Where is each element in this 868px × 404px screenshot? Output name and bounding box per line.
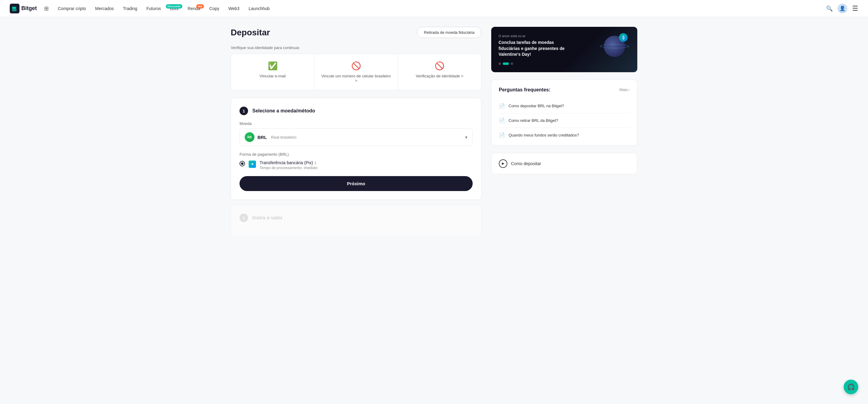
navbar: Bitget ⊞ Comprar cripto Mercados Trading… <box>0 0 868 17</box>
faq-card: Perguntas frequentes: Mais › 📄 Como depo… <box>491 80 637 146</box>
nav-item-mercados[interactable]: Mercados <box>91 4 118 13</box>
verify-step-email-label: Vincular e-mail <box>259 74 286 78</box>
step1-title: Selecione a moeda/método <box>252 108 315 114</box>
promo-dot-3 <box>511 62 513 65</box>
doc-icon-3: 📄 <box>499 132 505 138</box>
chevron-right-icon: › <box>628 87 630 92</box>
currency-icon: R$ <box>245 132 254 142</box>
hot-badge: Hot <box>196 4 204 9</box>
radio-pix[interactable] <box>240 161 245 166</box>
search-icon[interactable]: 🔍 <box>826 5 833 12</box>
step2-header: 2 Insira o valor <box>240 213 473 222</box>
verify-step-email[interactable]: ✅ Vincular e-mail <box>231 54 314 90</box>
step2-number: 2 <box>240 213 248 222</box>
how-to-deposit-card[interactable]: ▶ Como depositar <box>491 153 637 174</box>
promo-banner[interactable]: O amor está no ar Conclua tarefas de moe… <box>491 27 637 72</box>
currency-code: BRL <box>257 135 267 140</box>
currency-group: Moeda R$ BRL Real brasileiro ▾ <box>240 121 473 146</box>
check-icon: ✅ <box>268 61 278 71</box>
main-col: Depositar Retirada de moeda fiduciária V… <box>231 27 482 242</box>
step1-number: 1 <box>240 107 248 115</box>
verify-step-identity-label: Verificação de identidade > <box>416 74 463 78</box>
doc-icon-1: 📄 <box>499 103 505 109</box>
faq-text-2: Como retirar BRL da Bitget? <box>508 118 558 123</box>
promo-title: Conclua tarefas de moedas fiduciárias e … <box>498 39 565 58</box>
logo-text: Bitget <box>21 5 37 11</box>
fiat-withdraw-button[interactable]: Retirada de moeda fiduciária <box>417 27 482 38</box>
side-col: O amor está no ar Conclua tarefas de moe… <box>491 27 637 242</box>
menu-icon[interactable]: ☰ <box>852 5 858 12</box>
faq-item-3[interactable]: 📄 Quando meus fundos serão creditados? <box>499 128 630 138</box>
currency-label: Moeda <box>240 121 473 126</box>
promo-dots <box>498 62 630 65</box>
page-title: Depositar <box>231 28 270 37</box>
page-container: Depositar Retirada de moeda fiduciária V… <box>221 17 647 242</box>
how-to-deposit-label: Como depositar <box>511 161 541 166</box>
nav-item-bots[interactable]: Bots Discounts <box>165 4 183 13</box>
nav-items: Comprar cripto Mercados Trading Futuros … <box>54 4 824 13</box>
avatar[interactable]: 👤 <box>838 4 847 13</box>
promo-tag: O amor está no ar <box>498 34 630 38</box>
verify-step-phone[interactable]: 🚫 Vincule um número de celular brasileir… <box>314 54 398 90</box>
faq-more-link[interactable]: Mais › <box>619 87 630 92</box>
payment-option-pix[interactable]: ✦ Transferência bancária (Pix) ℹ Tempo d… <box>240 160 473 170</box>
page-header: Depositar Retirada de moeda fiduciária <box>231 27 482 38</box>
faq-title: Perguntas frequentes: <box>499 87 551 93</box>
faq-item-2[interactable]: 📄 Como retirar BRL da Bitget? <box>499 113 630 128</box>
nav-item-copy[interactable]: Copy <box>205 4 224 13</box>
doc-icon-2: 📄 <box>499 118 505 123</box>
payment-group: Forma de pagamento (BRL) ✦ Transferência… <box>240 152 473 170</box>
block-icon: 🚫 <box>351 61 361 71</box>
verify-steps: ✅ Vincular e-mail 🚫 Vincule um número de… <box>231 54 482 90</box>
promo-dot-2 <box>503 62 509 65</box>
payment-name: Transferência bancária (Pix) <box>259 160 313 165</box>
faq-item-1[interactable]: 📄 Como depositar BRL na Bitget? <box>499 99 630 113</box>
next-button[interactable]: Próximo <box>240 176 473 191</box>
verify-text: Verifique sua identidade para continuar. <box>231 46 482 50</box>
faq-text-1: Como depositar BRL na Bitget? <box>508 104 564 108</box>
discounts-badge: Discounts <box>166 4 182 9</box>
payment-label: Forma de pagamento (BRL) <box>240 152 473 156</box>
step1-header: 1 Selecione a moeda/método <box>240 107 473 115</box>
faq-header: Perguntas frequentes: Mais › <box>499 87 630 93</box>
nav-item-futuros[interactable]: Futuros <box>142 4 165 13</box>
nav-item-renda[interactable]: Renda Hot <box>184 4 205 13</box>
nav-item-comprar[interactable]: Comprar cripto <box>54 4 90 13</box>
step2-card: 2 Insira o valor <box>231 205 482 237</box>
payment-info: Transferência bancária (Pix) ℹ Tempo de … <box>259 160 317 170</box>
step1-card: 1 Selecione a moeda/método Moeda R$ BRL … <box>231 98 482 200</box>
pix-icon: ✦ <box>249 161 256 168</box>
nav-item-launchhub[interactable]: Launchhub <box>244 4 274 13</box>
faq-text-3: Quando meus fundos serão creditados? <box>508 133 579 137</box>
info-icon[interactable]: ℹ <box>315 161 316 165</box>
promo-dot-1 <box>498 62 501 65</box>
nav-item-web3[interactable]: Web3 <box>224 4 244 13</box>
verify-step-phone-label: Vincule um número de celular brasileiro … <box>320 74 392 83</box>
nav-right: 🔍 👤 ☰ <box>826 4 858 13</box>
logo[interactable]: Bitget <box>10 4 37 13</box>
currency-name: Real brasileiro <box>271 135 297 140</box>
currency-selector[interactable]: R$ BRL Real brasileiro ▾ <box>240 128 473 146</box>
promo-content: O amor está no ar Conclua tarefas de moe… <box>498 34 630 65</box>
step2-title: Insira o valor <box>252 215 283 221</box>
payment-time: Tempo de processamento: imediato <box>259 166 317 170</box>
currency-left: R$ BRL Real brasileiro <box>245 132 297 142</box>
play-icon: ▶ <box>499 160 507 168</box>
block-icon-2: 🚫 <box>435 61 444 71</box>
grid-icon[interactable]: ⊞ <box>44 5 49 12</box>
nav-item-trading[interactable]: Trading <box>119 4 142 13</box>
chevron-down-icon: ▾ <box>465 134 467 140</box>
verify-step-identity[interactable]: 🚫 Verificação de identidade > <box>398 54 481 90</box>
